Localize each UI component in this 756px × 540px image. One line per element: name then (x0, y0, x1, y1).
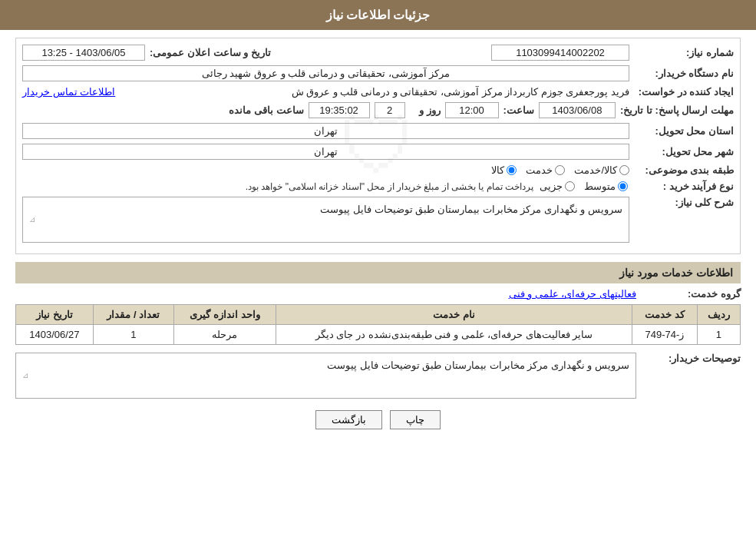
row-buyer-description: توصیحات خریدار: سرویس و نگهداری مرکز مخا… (15, 353, 741, 399)
buttons-row: چاپ بازگشت (15, 410, 741, 429)
category-option-kala-khedmat[interactable]: کالا/خدمت (574, 164, 629, 176)
deadline-remaining: 19:35:02 (309, 102, 370, 118)
row-deadline: مهلت ارسال پاسخ: تا تاریخ: 1403/06/08 سا… (22, 102, 734, 118)
province-value: تهران (22, 123, 629, 139)
buyer-description-resize-icon: ⊿ (22, 371, 629, 379)
cell-name: سایر فعالیت‌های حرفه‌ای، علمی و فنی طبقه… (276, 325, 632, 345)
datetime-value: 1403/06/05 - 13:25 (22, 45, 145, 61)
cell-date: 1403/06/27 (16, 325, 94, 345)
purchase-type-option-jozii[interactable]: جزیی (540, 181, 575, 192)
page-title: جزئیات اطلاعات نیاز (326, 8, 431, 22)
col-row-num: ردیف (697, 305, 740, 325)
deadline-date: 1403/06/08 (539, 102, 616, 118)
table-row: 1 ز-74-749 سایر فعالیت‌های حرفه‌ای، علمی… (16, 325, 741, 345)
category-label-khedmat: خدمت (526, 164, 553, 176)
description-value: سرویس و نگهداری مرکز مخابرات بیمارستان ط… (320, 204, 622, 215)
service-section-title: اطلاعات خدمات مورد نیاز (15, 262, 741, 283)
creator-label: ایجاد کننده در خواست: (634, 86, 734, 98)
purchase-type-label-jozii: جزیی (540, 181, 563, 192)
deadline-time-label: ساعت: (503, 104, 534, 116)
deadline-days: 2 (375, 102, 405, 118)
purchase-type-radio-motavasset[interactable] (618, 181, 628, 191)
request-number-label: شماره نیاز: (634, 47, 734, 58)
deadline-remaining-label: ساعت باقی مانده (204, 104, 304, 116)
col-name: نام خدمت (276, 305, 632, 325)
row-creator: ایجاد کننده در خواست: فرید پورجعفری جوزم… (22, 86, 734, 98)
row-category: طبقه بندی موضوعی: کالا/خدمت خدمت کالا (22, 164, 734, 176)
table-head: ردیف کد خدمت نام خدمت واحد اندازه گیری ت… (16, 305, 741, 325)
services-table: ردیف کد خدمت نام خدمت واحد اندازه گیری ت… (15, 304, 741, 345)
buyer-description-box: سرویس و نگهداری مرکز مخابرات بیمارستان ط… (15, 353, 636, 399)
category-label: طبقه بندی موضوعی: (634, 164, 734, 176)
table-body: 1 ز-74-749 سایر فعالیت‌های حرفه‌ای، علمی… (16, 325, 741, 345)
cell-row-num: 1 (697, 325, 740, 345)
province-label: استان محل تحویل: (634, 125, 734, 137)
category-radio-kala[interactable] (507, 165, 517, 175)
category-label-kala-khedmat: کالا/خدمت (574, 164, 617, 176)
cell-unit: مرحله (174, 325, 276, 345)
category-radio-khedmat[interactable] (555, 165, 565, 175)
creator-value: فرید پورجعفری جوزم کاربرداز مرکز آموزشی،… (120, 86, 629, 98)
deadline-time: 12:00 (445, 102, 499, 118)
category-option-kala[interactable]: کالا (491, 164, 517, 176)
back-button[interactable]: بازگشت (315, 410, 382, 429)
row-purchase-type: نوع فرآیند خرید : متوسط جزیی پرداخت تمام… (22, 181, 734, 192)
col-quantity: تعداد / مقدار (93, 305, 173, 325)
purchase-type-radio-jozii[interactable] (565, 181, 575, 191)
city-label: شهر محل تحویل: (634, 146, 734, 157)
requester-org-label: نام دستگاه خریدار: (634, 68, 734, 79)
cell-code: ز-74-749 (632, 325, 697, 345)
deadline-day-label: روز و (410, 104, 441, 116)
description-resize-icon: ⊿ (29, 215, 622, 224)
description-label: شرح کلی نیاز: (634, 197, 734, 208)
content-area: 🛡 شماره نیاز: 1103099414002202 تاریخ و س… (0, 30, 756, 449)
service-info-section: اطلاعات خدمات مورد نیاز گروه خدمت: فعالی… (15, 262, 741, 399)
table-header-row: ردیف کد خدمت نام خدمت واحد اندازه گیری ت… (16, 305, 741, 325)
row-request-number: شماره نیاز: 1103099414002202 تاریخ و ساع… (22, 45, 734, 61)
row-service-group: گروه خدمت: فعالیتهای حرفه‌ای، علمی و فنی (15, 288, 741, 300)
col-code: کد خدمت (632, 305, 697, 325)
category-radio-kala-khedmat[interactable] (619, 165, 629, 175)
info-section: 🛡 شماره نیاز: 1103099414002202 تاریخ و س… (15, 38, 741, 254)
col-unit: واحد اندازه گیری (174, 305, 276, 325)
datetime-label: تاریخ و ساعت اعلان عمومی: (150, 47, 271, 58)
description-box: سرویس و نگهداری مرکز مخابرات بیمارستان ط… (22, 197, 629, 243)
page-wrapper: جزئیات اطلاعات نیاز 🛡 شماره نیاز: 110309… (0, 0, 756, 540)
row-city: شهر محل تحویل: تهران (22, 144, 734, 160)
row-requester-org: نام دستگاه خریدار: مرکز آموزشی، تحقیقاتی… (22, 65, 734, 81)
contact-link[interactable]: اطلاعات تماس خریدار (22, 86, 115, 98)
category-label-kala: کالا (491, 164, 504, 176)
col-date: تاریخ نیاز (16, 305, 94, 325)
cell-quantity: 1 (93, 325, 173, 345)
purchase-type-option-motavasset[interactable]: متوسط (584, 181, 628, 192)
purchase-type-note: پرداخت تمام یا بخشی از مبلغ خریدار از مح… (246, 181, 533, 192)
buyer-description-value: سرویس و نگهداری مرکز مخابرات بیمارستان ط… (327, 359, 629, 371)
page-header: جزئیات اطلاعات نیاز (0, 0, 756, 30)
city-value: تهران (22, 144, 629, 160)
category-radio-group: کالا/خدمت خدمت کالا (491, 164, 629, 176)
print-button[interactable]: چاپ (390, 410, 441, 429)
buyer-description-label: توصیحات خریدار: (641, 353, 741, 364)
service-group-label: گروه خدمت: (641, 288, 741, 300)
request-number-value: 1103099414002202 (491, 45, 629, 61)
category-option-khedmat[interactable]: خدمت (526, 164, 565, 176)
requester-org-value: مرکز آموزشی، تحقیقاتی و درمانی قلب و عرو… (22, 65, 629, 81)
row-province: استان محل تحویل: تهران (22, 123, 734, 139)
row-description: شرح کلی نیاز: سرویس و نگهداری مرکز مخابر… (22, 197, 734, 243)
purchase-type-radio-group: متوسط جزیی (540, 181, 628, 192)
service-group-value[interactable]: فعالیتهای حرفه‌ای، علمی و فنی (509, 288, 636, 300)
purchase-type-label: نوع فرآیند خرید : (634, 181, 734, 192)
deadline-label: مهلت ارسال پاسخ: تا تاریخ: (620, 104, 734, 116)
purchase-type-label-motavasset: متوسط (584, 181, 616, 192)
